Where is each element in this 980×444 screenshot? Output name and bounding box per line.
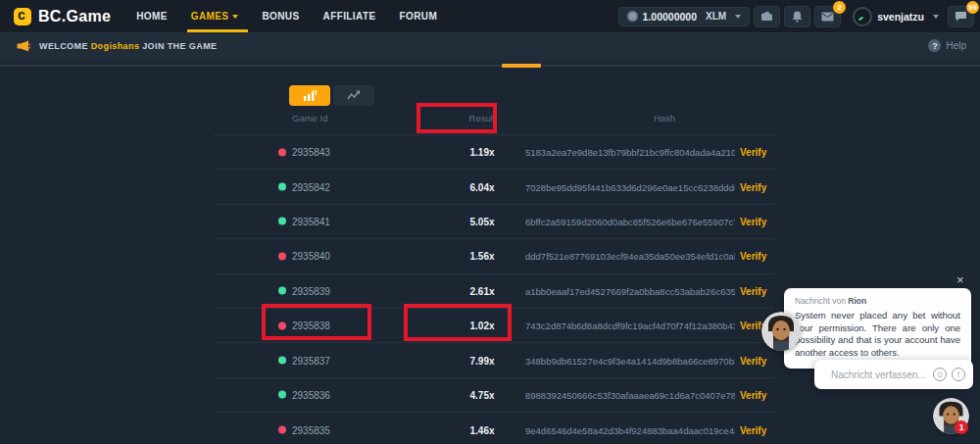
table-row: 2935838 1.02x 743c2d874b6d8a8dcdf9fc19ac… [214,309,774,343]
help-link[interactable]: ? Help [928,39,966,52]
table-header: Game Id Result Hash [214,103,774,135]
verify-link[interactable]: Verify [740,251,766,262]
hash-cell: 743c2d874b6d8a8dcdf9fc19acf4d70f74f12a38… [525,321,735,331]
verify-link[interactable]: Verify [740,216,766,226]
table-row: 2935839 2.61x a1bb0eaaf17ed4527669f2a0bb… [214,274,774,309]
mail-badge: 2 [833,1,846,14]
chat-sender-name: Rion [848,296,866,306]
game-id-value: 2935838 [292,321,330,331]
result-cell: 6.04x [433,181,531,192]
verify-link[interactable]: Verify [740,355,766,366]
result-status-dot [278,252,286,260]
chevron-down-icon [735,15,741,19]
nav-home[interactable]: HOME [136,0,168,32]
verify-link[interactable]: Verify [740,147,766,158]
wallet-button[interactable] [754,6,780,27]
hash-cell: 5183a2ea7e9d8e13fb79bbf21bc9ffc804dada4a… [525,147,735,158]
chat-toggle-button[interactable]: 99 [948,6,974,27]
game-id-cell: 2935835 [278,424,330,435]
balance-amount: 1.00000000 [643,11,697,23]
hash-cell: 8988392450666c53f30afaaaea69c1d6a7c0407e… [525,389,735,400]
game-id-value: 2935841 [292,216,330,226]
result-status-dot [278,391,286,399]
game-id-value: 2935835 [292,424,330,435]
table-row: 2935837 7.99x 348bb9db61527e4c9f3e4a1414… [214,343,774,377]
chevron-down-icon [933,15,939,19]
main-nav: HOME GAMES BONUS AFFILIATE FORUM [136,0,437,32]
result-status-dot [278,357,286,365]
result-status-dot [278,218,286,225]
hash-cell: 6bffc2a59159d2060d0abc85f526e6be676e5590… [525,216,735,226]
column-header-hash: Hash [606,113,723,123]
user-avatar [853,7,872,26]
result-status-dot [278,426,286,434]
chevron-down-icon [232,15,238,19]
result-cell: 4.75x [433,389,531,400]
user-menu[interactable]: svenjatzu [853,7,939,26]
table-body: 2935843 1.19x 5183a2ea7e9d8e13fb79bbf21b… [214,135,774,444]
bcgame-page: BC.Game HOME GAMES BONUS AFFILIATE FORUM… [0,0,980,444]
result-cell: 1.19x [433,147,531,158]
verify-link[interactable]: Verify [740,424,766,435]
nav-games[interactable]: GAMES [191,0,239,32]
chat-message-text: System never placed any bet without your… [795,310,960,359]
verify-link[interactable]: Verify [740,389,766,400]
game-history-table: Game Id Result Hash 2935843 1.19x 5183a2… [214,103,774,444]
info-icon[interactable]: ! [952,368,965,381]
balance-selector[interactable]: 1.00000000 XLM [618,7,751,26]
game-id-cell: 2935840 [278,251,330,262]
table-row: 2935840 1.56x ddd7f521e87769103ecf94ea35… [214,239,774,273]
notifications-button[interactable] [784,6,810,27]
chat-message-input[interactable] [831,370,928,380]
bcgame-logo-icon [14,8,31,25]
table-row: 2935841 5.05x 6bffc2a59159d2060d0abc85f5… [214,205,774,239]
envelope-icon [821,12,834,22]
top-navigation-bar: BC.Game HOME GAMES BONUS AFFILIATE FORUM… [0,0,980,32]
result-status-dot [278,183,286,191]
tab-strip [0,59,980,67]
nav-bonus[interactable]: BONUS [262,0,299,32]
table-row: 2935842 6.04x 7028be95dd95f441b633d6d296… [214,170,774,204]
header-controls: 1.00000000 XLM [618,0,974,32]
table-row: 2935843 1.19x 5183a2ea7e9d8e13fb79bbf21b… [214,135,774,170]
trend-chart-icon [347,90,361,101]
result-status-dot [278,148,286,156]
username: svenjatzu [877,11,924,23]
bell-icon [792,11,803,23]
result-status-dot [278,321,286,329]
game-id-cell: 2935839 [278,285,330,296]
emoji-icon[interactable]: ☺ [933,368,947,381]
chat-input-bar: ☺ ! [814,360,973,389]
hash-cell: 7028be95dd95f441b633d6d296e0ae15cc6238dd… [525,181,735,192]
bar-chart-icon [303,90,318,102]
game-id-value: 2935842 [292,181,330,192]
welcome-message: WELCOME Dogishans JOIN THE GAME [39,41,217,51]
game-id-value: 2935836 [292,389,330,400]
result-status-dot [278,287,286,295]
brand-logo[interactable]: BC.Game [14,8,111,25]
chat-sender-label: Nachricht von Rion [795,296,960,306]
result-cell: 1.46x [433,424,531,435]
coin-icon [627,11,638,22]
question-mark-icon: ? [928,39,941,52]
game-id-cell: 2935842 [278,181,330,192]
result-cell: 1.56x [433,251,531,262]
chat-close-button[interactable]: × [956,272,964,287]
table-row: 2935836 4.75x 8988392450666c53f30afaaaea… [214,378,774,413]
column-header-game-id: Game Id [292,113,327,123]
game-id-cell: 2935841 [278,216,330,226]
nav-affiliate[interactable]: AFFILIATE [323,0,376,32]
game-id-value: 2935843 [292,147,330,158]
megaphone-icon [17,40,30,52]
hash-cell: a1bb0eaaf17ed4527669f2a0bba8cc53abab26c6… [525,285,735,296]
hash-cell: 348bb9db61527e4c9f3e4a1414d9b8ba66ce8970… [525,355,735,366]
hash-cell: ddd7f521e87769103ecf94ea35da50ee354efd1c… [525,251,735,262]
nav-forum[interactable]: FORUM [400,0,438,32]
chat-bubble-icon [955,11,967,22]
messages-button[interactable]: 2 [814,6,841,27]
verify-link[interactable]: Verify [740,285,766,296]
game-id-cell: 2935838 [278,321,330,331]
verify-link[interactable]: Verify [740,181,766,192]
game-id-value: 2935837 [292,355,330,366]
announcement-bar: WELCOME Dogishans JOIN THE GAME ? Help [0,32,980,59]
